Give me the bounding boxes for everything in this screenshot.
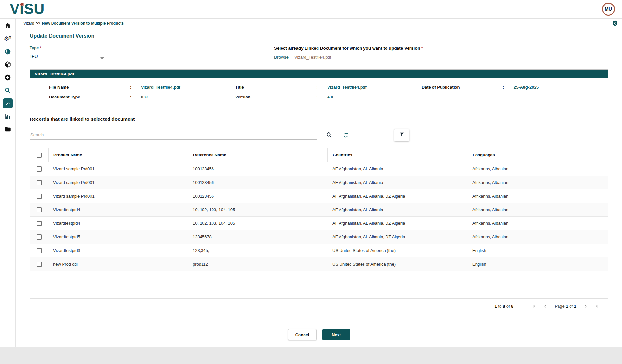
- globe-dot-icon: [20, 3, 24, 6]
- breadcrumb-root-link[interactable]: Vizard: [23, 21, 34, 26]
- table-cell: Vizardtestprd5: [48, 230, 188, 244]
- table-cell: English: [467, 244, 608, 257]
- gears-icon: ⚙⚙: [4, 36, 12, 42]
- sidebar-item-documents[interactable]: [0, 123, 16, 136]
- sidebar-item-reports[interactable]: [0, 110, 16, 123]
- table-cell: 12345678: [188, 230, 327, 244]
- app-header: VıSU MU: [0, 0, 622, 18]
- table-cell: Vizard sample Prd001: [48, 176, 188, 189]
- bar-chart-icon: [4, 113, 11, 120]
- page-title: Update Document Version: [30, 33, 608, 39]
- row-checkbox[interactable]: [37, 234, 42, 240]
- select-document-label: Select already Linked Document for which…: [274, 46, 608, 51]
- sidebar-item-home[interactable]: [0, 19, 16, 32]
- table-cell: Vizard sample Prd001: [48, 189, 188, 203]
- column-header-product-name[interactable]: Product Name: [48, 148, 188, 162]
- refresh-icon[interactable]: [343, 132, 349, 138]
- table-cell: AF Afghanistan, AL Albania, DZ Algeria: [327, 189, 467, 203]
- doc-field: Version:4.0: [235, 95, 421, 99]
- globe-icon: [4, 48, 11, 55]
- table-cell: Vizardtestprd4: [48, 203, 188, 216]
- footer-strip: [0, 347, 622, 364]
- table-row[interactable]: Vizard sample Prd001100123456AF Afghanis…: [30, 162, 608, 176]
- doc-field: Title:Vizard_Testfile4.pdf: [235, 85, 421, 90]
- table-cell: 10, 102, 103, 104, 105: [188, 203, 327, 216]
- table-cell: Afrikanns, Albanian: [467, 176, 608, 189]
- column-header-reference-name[interactable]: Reference Name: [188, 148, 327, 162]
- last-page-icon[interactable]: [594, 304, 599, 309]
- records-toolbar: [30, 129, 608, 141]
- search-icon[interactable]: [326, 132, 332, 138]
- column-header-countries[interactable]: Countries: [327, 148, 467, 162]
- table-cell: English: [467, 257, 608, 271]
- table-cell: 10, 102, 103, 104, 105: [188, 217, 327, 230]
- next-button[interactable]: Next: [322, 329, 350, 340]
- table-row[interactable]: new Prod ddiprod112US United States of A…: [30, 257, 608, 271]
- doc-field: Document Type:IFU: [49, 95, 235, 99]
- funnel-icon: [399, 132, 405, 138]
- next-page-icon[interactable]: [583, 304, 588, 309]
- cube-icon: [4, 61, 11, 68]
- table-cell: AF Afghanistan, AL Albania, DZ Algeria: [327, 217, 467, 230]
- row-checkbox[interactable]: [37, 180, 42, 185]
- filter-button[interactable]: [394, 129, 409, 141]
- sidebar-item-settings[interactable]: ⚙⚙: [0, 32, 16, 45]
- previous-page-icon[interactable]: [543, 304, 547, 309]
- breadcrumb-current-link[interactable]: New Document Version to Multiple Product…: [42, 21, 124, 26]
- pagination-page-text: Page 1 of 1: [555, 304, 576, 309]
- required-asterisk: *: [421, 46, 423, 51]
- back-circle-icon[interactable]: [612, 20, 618, 26]
- page-content: Update Document Version Type * IFU: [16, 28, 622, 347]
- table-cell: US United States of America (the): [327, 257, 467, 271]
- pagination-range: 1 to 8 of 8: [495, 304, 513, 309]
- doc-field: File Name:Vizard_Testfile4.pdf: [49, 85, 235, 90]
- first-page-icon[interactable]: [532, 304, 536, 309]
- sidebar-item-search[interactable]: [0, 84, 16, 97]
- table-cell: 100123456: [188, 189, 327, 203]
- sidebar: ⚙⚙: [0, 19, 16, 347]
- table-cell: Afrikanns, Albanian: [467, 162, 608, 176]
- row-checkbox[interactable]: [37, 262, 42, 267]
- type-select[interactable]: IFU: [30, 54, 106, 62]
- select-all-checkbox[interactable]: [37, 153, 42, 158]
- sidebar-item-add[interactable]: [0, 71, 16, 84]
- sidebar-item-products[interactable]: [0, 58, 16, 71]
- table-cell: Vizardtestprd3: [48, 244, 188, 257]
- row-checkbox[interactable]: [37, 248, 42, 253]
- table-row[interactable]: Vizardtestprd410, 102, 103, 104, 105AF A…: [30, 217, 608, 230]
- row-checkbox[interactable]: [37, 207, 42, 212]
- table-row[interactable]: Vizard sample Prd001100123456AF Afghanis…: [30, 176, 608, 189]
- table-cell: Afrikanns, Albanian: [467, 217, 608, 230]
- folder-icon: [4, 126, 11, 133]
- table-row[interactable]: Vizard sample Prd001100123456AF Afghanis…: [30, 189, 608, 203]
- table-row[interactable]: Vizardtestprd410, 102, 103, 104, 105AF A…: [30, 203, 608, 217]
- table-row[interactable]: Vizardtestprd512345678AF Afghanistan, AL…: [30, 230, 608, 244]
- table-cell: prod112: [188, 257, 327, 271]
- table-cell: Vizard sample Prd001: [48, 162, 188, 176]
- search-icon: [4, 87, 11, 94]
- table-cell: AF Afghanistan, AL Albania, DZ Algeria: [327, 230, 467, 244]
- breadcrumb-separator: >>: [36, 21, 40, 26]
- row-checkbox[interactable]: [37, 166, 42, 172]
- cancel-button[interactable]: Cancel: [288, 329, 317, 340]
- table-cell: AF Afghanistan, AL Albania: [327, 203, 467, 216]
- table-row[interactable]: Vizardtestprd3123,345,US United States o…: [30, 244, 608, 257]
- sidebar-item-globe[interactable]: [0, 45, 16, 58]
- app-logo[interactable]: VıSU: [10, 0, 44, 17]
- selected-file-name: Vizard_Testfile4.pdf: [294, 55, 331, 60]
- browse-link[interactable]: Browse: [274, 55, 289, 60]
- sidebar-item-wizard[interactable]: [0, 97, 16, 110]
- row-checkbox[interactable]: [37, 194, 42, 199]
- document-panel: Vizard_Testfile4.pdf File Name:Vizard_Te…: [30, 69, 608, 106]
- chevron-down-icon: [100, 55, 104, 61]
- home-icon: [4, 22, 11, 29]
- records-table: Product Name Reference Name Countries La…: [30, 148, 608, 314]
- table-cell: Afrikanns, Albanian: [467, 189, 608, 203]
- column-header-languages[interactable]: Languages: [467, 148, 608, 162]
- logo-letter: ı: [20, 0, 24, 17]
- row-checkbox[interactable]: [37, 221, 42, 226]
- table-body: Vizard sample Prd001100123456AF Afghanis…: [30, 162, 608, 271]
- user-avatar[interactable]: MU: [602, 3, 615, 16]
- table-cell: Vizardtestprd4: [48, 217, 188, 230]
- search-input[interactable]: [30, 131, 317, 140]
